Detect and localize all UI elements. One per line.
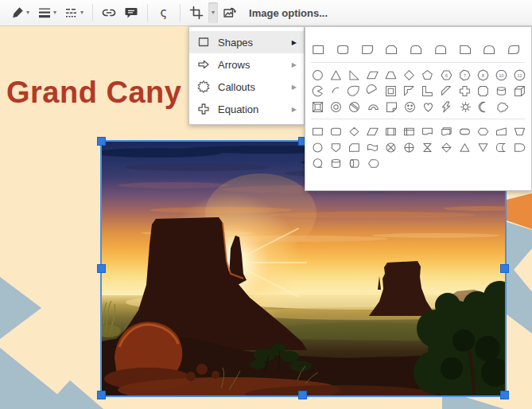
shape-folded-corner[interactable]: [385, 100, 398, 114]
selection-handle-sw[interactable]: [97, 391, 106, 399]
shape-sun[interactable]: [459, 100, 472, 114]
shape-flow-punched-tape[interactable]: [366, 141, 379, 154]
shape-chord[interactable]: [366, 84, 379, 98]
shape-flow-document[interactable]: [421, 125, 434, 138]
shape-decagon-10[interactable]: 10: [495, 68, 508, 82]
menu-item-arrows[interactable]: Arrows▶: [189, 53, 304, 76]
shape-octagon-8[interactable]: 8: [476, 68, 490, 82]
line-color-icon: [10, 6, 25, 20]
shape-snip-corner-single[interactable]: [458, 42, 472, 57]
shape-right-triangle[interactable]: [348, 68, 361, 82]
shape-round-snip-corner[interactable]: [409, 42, 423, 57]
selection-handle-w[interactable]: [97, 264, 106, 273]
shape-flow-decision[interactable]: [348, 125, 361, 138]
shape-lightning[interactable]: [440, 100, 453, 114]
shape-plaque[interactable]: [476, 84, 490, 98]
submenu-arrow-icon: ▶: [292, 84, 297, 91]
shape-pie[interactable]: [311, 84, 324, 98]
shape-round-corner-single[interactable]: [360, 42, 375, 57]
shape-bevel[interactable]: [311, 100, 324, 114]
shape-diagonal-stripe[interactable]: [440, 84, 453, 98]
shape-arc[interactable]: [329, 84, 343, 98]
shape-triangle[interactable]: [329, 68, 343, 82]
shape-flow-sort[interactable]: [440, 141, 453, 154]
shape-flow-multidocument[interactable]: [440, 125, 453, 138]
shape-flow-magnetic-disk[interactable]: [329, 157, 343, 170]
shape-flow-connector[interactable]: [311, 141, 324, 154]
shape-parallelogram[interactable]: [366, 68, 379, 82]
shape-row: [311, 157, 531, 170]
shape-flow-direct-access-storage[interactable]: [348, 157, 361, 170]
line-dash-button[interactable]: ▾: [61, 2, 87, 23]
shape-flow-terminator[interactable]: [458, 125, 472, 138]
shape-flow-internal-storage[interactable]: [402, 125, 416, 138]
replace-image-button[interactable]: [219, 2, 240, 23]
insert-link-button[interactable]: [99, 2, 119, 23]
shape-circle[interactable]: [311, 68, 324, 82]
shape-flow-sequential-storage[interactable]: [311, 157, 324, 170]
shape-flow-extract[interactable]: [458, 141, 472, 154]
shape-flow-display[interactable]: [367, 157, 380, 170]
shapes-submenu-panel: 6781012: [305, 26, 532, 191]
shape-moon[interactable]: [477, 100, 491, 114]
shape-diamond[interactable]: [402, 68, 416, 82]
shape-frame[interactable]: [384, 84, 398, 98]
shape-flow-delay[interactable]: [513, 141, 526, 154]
shape-flow-stored-data[interactable]: [495, 141, 508, 154]
shape-pentagon[interactable]: [421, 68, 434, 82]
shape-flow-preparation[interactable]: [476, 125, 490, 138]
slide-title[interactable]: Grand Cany: [6, 76, 181, 110]
selection-handle-s[interactable]: [298, 391, 307, 399]
shape-snip-corner-same-side[interactable]: [384, 42, 398, 57]
image-options-button[interactable]: Image options...: [249, 7, 328, 19]
replace-image-icon: [223, 6, 237, 20]
shape-round-corner-diagonal[interactable]: [507, 42, 521, 57]
shape-hexagon-6[interactable]: 6: [440, 68, 453, 82]
shape-heptagon-7[interactable]: 7: [458, 68, 472, 82]
shape-flow-summing-junction[interactable]: [384, 141, 398, 154]
shape-corner[interactable]: [421, 84, 434, 98]
shape-cloud[interactable]: [495, 100, 509, 114]
selection-handle-se[interactable]: [500, 391, 509, 399]
shape-flow-offpage-connector[interactable]: [329, 141, 343, 154]
shape-flow-process[interactable]: [311, 125, 324, 138]
shape-round-corner-same-side[interactable]: [433, 42, 448, 57]
shape-flow-data[interactable]: [366, 125, 379, 138]
menu-item-callouts[interactable]: Callouts▶: [189, 76, 304, 98]
submenu-arrow-icon: ▶: [292, 61, 297, 68]
shape-donut[interactable]: [329, 100, 343, 114]
shape-dodecagon-12[interactable]: 12: [513, 68, 526, 82]
shape-flow-card[interactable]: [348, 141, 361, 154]
menu-item-equation[interactable]: Equation▶: [189, 98, 304, 120]
line-color-button[interactable]: ▾: [7, 2, 33, 23]
insert-comment-button[interactable]: [121, 2, 142, 23]
shape-flow-predefined-process[interactable]: [384, 125, 398, 138]
shape-trapezoid[interactable]: [384, 68, 398, 82]
selection-handle-nw[interactable]: [97, 137, 106, 146]
selection-handle-e[interactable]: [500, 264, 509, 273]
crop-image-button[interactable]: [186, 2, 207, 23]
shape-cube[interactable]: [513, 84, 526, 98]
shape-flow-collate[interactable]: [421, 141, 434, 154]
shape-heart[interactable]: [421, 100, 435, 114]
panel-group-divider: [311, 62, 525, 63]
shape-flow-manual-input[interactable]: [495, 125, 508, 138]
shape-rect[interactable]: [311, 42, 325, 57]
line-weight-button[interactable]: ▾: [34, 2, 60, 23]
shape-flow-or[interactable]: [402, 141, 416, 154]
menu-item-shapes[interactable]: Shapes▶: [189, 31, 304, 53]
shape-flow-alternate-process[interactable]: [329, 125, 343, 138]
shape-block-arc[interactable]: [367, 100, 380, 114]
shape-cross[interactable]: [458, 84, 472, 98]
shape-flow-merge[interactable]: [476, 141, 490, 154]
shape-smiley[interactable]: [403, 100, 417, 114]
shape-teardrop[interactable]: [348, 84, 361, 98]
reset-image-button[interactable]: ς: [153, 2, 174, 23]
shape-flow-manual-operation[interactable]: [513, 125, 526, 138]
shape-half-frame[interactable]: [402, 84, 416, 98]
shape-round-top-arch[interactable]: [482, 42, 496, 57]
shape-no-symbol[interactable]: [348, 100, 361, 114]
shape-round-rect[interactable]: [336, 42, 350, 57]
shape-cylinder[interactable]: [495, 84, 508, 98]
mask-image-button[interactable]: ▾: [208, 2, 218, 23]
